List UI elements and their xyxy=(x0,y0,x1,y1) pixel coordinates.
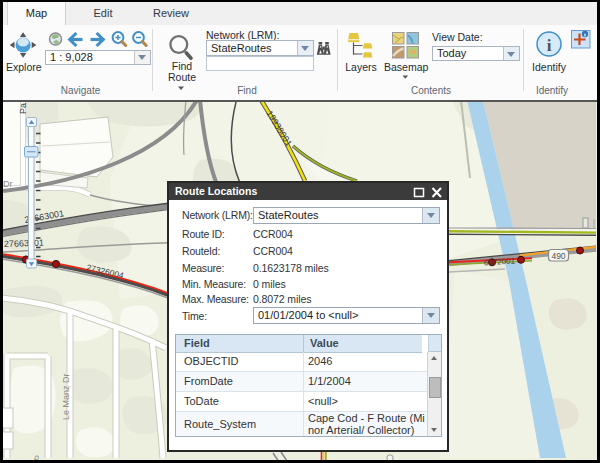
svg-text:Pa: Pa xyxy=(18,103,28,114)
svg-text:Le Manz Dr: Le Manz Dr xyxy=(61,373,71,420)
svg-text:490: 490 xyxy=(551,251,565,261)
svg-text:Dr: Dr xyxy=(3,179,13,189)
svg-text:i: i xyxy=(547,36,552,55)
